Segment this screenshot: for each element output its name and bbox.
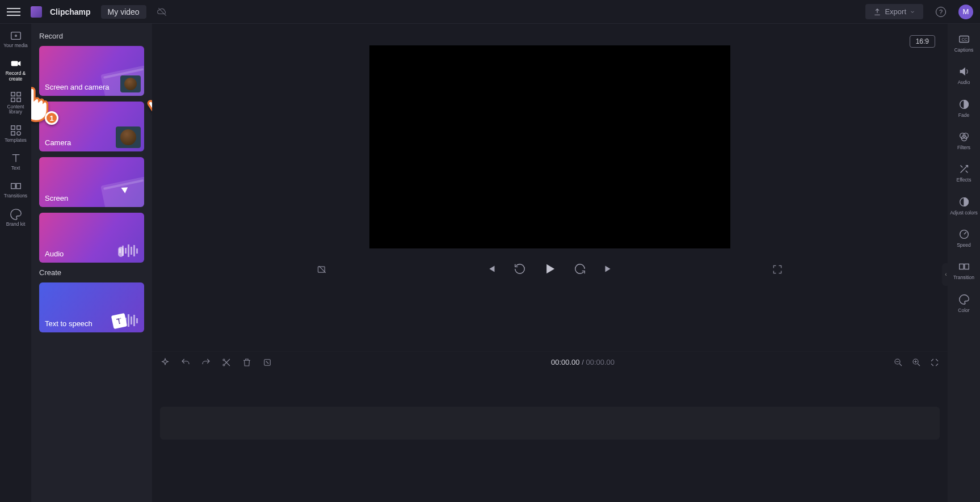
player-controls — [152, 248, 948, 289]
transitions-icon — [10, 180, 22, 192]
svg-point-2 — [15, 35, 16, 37]
nav-templates[interactable]: Templates — [2, 124, 30, 143]
svg-rect-4 — [11, 92, 14, 96]
rewind-button[interactable] — [514, 263, 526, 275]
nav-brand-kit[interactable]: Brand kit — [2, 208, 30, 227]
svg-rect-12 — [11, 184, 15, 189]
top-bar: Clipchamp My video Export ? M — [0, 0, 980, 24]
fade-icon — [958, 98, 970, 111]
card-screen-and-camera[interactable]: Screen and camera — [39, 46, 144, 96]
templates-icon — [10, 124, 22, 137]
speed-icon — [958, 228, 970, 241]
export-label: Export — [885, 7, 906, 16]
video-preview[interactable] — [369, 45, 730, 248]
record-create-panel: Record Screen and camera Camera Screen A… — [31, 24, 152, 502]
media-icon — [10, 29, 22, 42]
sync-disabled-icon — [157, 6, 168, 18]
skip-back-button[interactable] — [485, 263, 498, 275]
prop-captions[interactable]: CC Captions — [949, 33, 979, 53]
skip-forward-button[interactable] — [602, 263, 615, 275]
sparkle-icon[interactable] — [160, 357, 170, 368]
contrast-icon — [958, 196, 970, 208]
captions-icon: CC — [958, 33, 970, 45]
card-screen[interactable]: Screen — [39, 157, 144, 207]
nav-transitions[interactable]: Transitions — [2, 180, 30, 199]
svg-rect-5 — [16, 92, 20, 96]
svg-rect-10 — [11, 132, 14, 135]
project-title-input[interactable]: My video — [101, 5, 146, 19]
transition-icon — [958, 260, 970, 273]
svg-rect-13 — [16, 184, 20, 189]
prop-fade[interactable]: Fade — [949, 98, 979, 118]
text-icon — [10, 152, 22, 164]
split-button[interactable] — [221, 357, 232, 368]
help-button[interactable]: ? — [936, 7, 946, 17]
camera-icon — [10, 57, 22, 70]
palette-icon — [958, 293, 970, 306]
left-nav: Your media Record & create Content libra… — [0, 24, 31, 502]
prop-filters[interactable]: Filters — [949, 130, 979, 150]
delete-button[interactable] — [242, 357, 252, 368]
prop-adjust-colors[interactable]: Adjust colors — [949, 196, 979, 216]
speaker-icon — [958, 65, 970, 78]
preview-area: 16:9 — [152, 24, 948, 351]
svg-rect-9 — [16, 125, 20, 129]
forward-button[interactable] — [574, 263, 586, 275]
svg-rect-3 — [11, 61, 18, 66]
svg-line-0 — [158, 8, 166, 15]
svg-rect-30 — [964, 264, 968, 269]
undo-button[interactable] — [180, 357, 191, 368]
svg-point-11 — [16, 132, 20, 135]
center-area: 16:9 00: — [152, 24, 948, 502]
filters-icon — [958, 130, 970, 143]
prop-transition[interactable]: Transition — [949, 260, 979, 280]
svg-rect-6 — [11, 98, 14, 102]
svg-rect-8 — [11, 125, 14, 129]
brandkit-icon — [10, 208, 22, 221]
section-title-create: Create — [39, 268, 144, 277]
play-button[interactable] — [542, 261, 558, 277]
timeline[interactable] — [152, 373, 948, 502]
card-camera[interactable]: Camera — [39, 102, 144, 151]
svg-text:CC: CC — [961, 37, 968, 42]
svg-rect-7 — [16, 98, 20, 102]
prop-effects[interactable]: Effects — [949, 163, 979, 183]
menu-button[interactable] — [7, 5, 20, 19]
crop-button[interactable] — [262, 357, 272, 368]
svg-rect-29 — [959, 264, 963, 269]
nav-record-create[interactable]: Record & create — [2, 57, 30, 82]
fullscreen-button[interactable] — [772, 264, 783, 274]
waveform-icon — [119, 243, 142, 258]
brand-label: Clipchamp — [50, 7, 91, 16]
waveform-icon — [119, 313, 142, 328]
export-button[interactable]: Export — [865, 4, 923, 19]
zoom-fit-button[interactable] — [929, 357, 940, 368]
svg-point-17 — [223, 364, 225, 366]
right-properties-panel: ‹ CC Captions Audio Fade Filters Effects… — [948, 24, 980, 502]
mute-thumbnail-icon[interactable] — [317, 264, 328, 274]
clipchamp-logo — [31, 6, 42, 18]
effects-icon — [958, 163, 970, 175]
aspect-ratio-button[interactable]: 16:9 — [910, 35, 935, 48]
prop-speed[interactable]: Speed — [949, 228, 979, 248]
svg-point-16 — [223, 359, 225, 361]
collapse-right-button[interactable]: ‹ — [942, 263, 950, 286]
avatar[interactable]: M — [958, 5, 973, 19]
prop-color[interactable]: Color — [949, 293, 979, 313]
nav-text[interactable]: Text — [2, 152, 30, 171]
redo-button[interactable] — [201, 357, 211, 368]
timeline-track[interactable] — [160, 407, 940, 440]
svg-rect-14 — [318, 267, 325, 272]
zoom-in-button[interactable] — [911, 357, 922, 368]
library-icon — [10, 91, 22, 103]
svg-rect-1 — [11, 32, 20, 40]
nav-your-media[interactable]: Your media — [2, 29, 30, 48]
timeline-toolbar: 00:00.00 / 00:00.00 — [152, 351, 948, 373]
card-text-to-speech[interactable]: T Text to speech — [39, 282, 144, 332]
zoom-out-button[interactable] — [893, 357, 903, 368]
prop-audio[interactable]: Audio — [949, 65, 979, 85]
section-title-record: Record — [39, 32, 144, 40]
nav-content-library[interactable]: Content library — [2, 91, 30, 115]
timecode: 00:00.00 / 00:00.00 — [283, 358, 883, 366]
card-audio[interactable]: Audio — [39, 213, 144, 263]
